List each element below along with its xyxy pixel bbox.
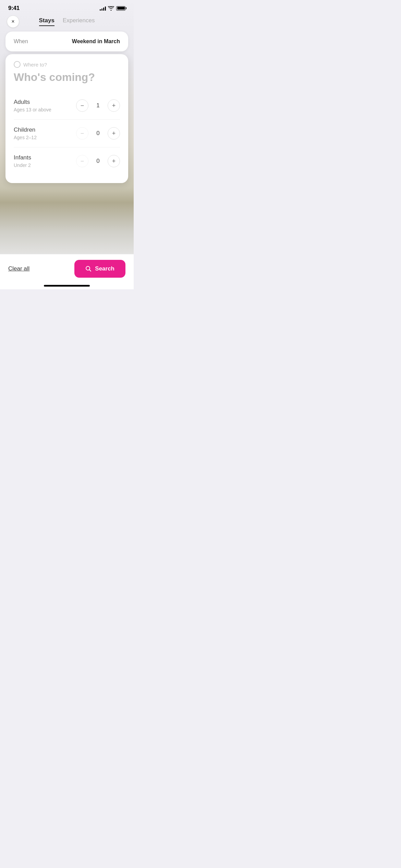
home-indicator [44,285,90,287]
infants-decrement-button[interactable]: − [76,155,88,167]
adults-controls: − 1 + [76,99,120,112]
search-btn-icon [85,266,92,272]
children-type: Children [14,126,37,133]
tabs: Stays Experiences [39,17,95,26]
status-time: 9:41 [8,5,20,12]
signal-icon [100,6,106,11]
whos-card: Where to? Who's coming? Adults Ages 13 o… [5,54,128,183]
infants-info: Infants Under 2 [14,154,31,168]
children-increment-button[interactable]: + [108,127,120,140]
infants-age: Under 2 [14,162,31,168]
close-button[interactable]: × [7,15,19,28]
status-bar: 9:41 [0,0,134,14]
where-to-text: Where to? [23,62,47,68]
whos-title: Who's coming? [14,71,120,84]
infants-increment-button[interactable]: + [108,155,120,167]
battery-icon [116,6,125,11]
bottom-bar: Clear all Search [0,254,134,289]
adults-row: Adults Ages 13 or above − 1 + [14,92,120,120]
when-value: Weekend in March [72,38,120,45]
tab-experiences[interactable]: Experiences [63,17,95,26]
children-age: Ages 2–12 [14,135,37,140]
close-icon: × [11,19,14,24]
wifi-icon [108,6,114,11]
adults-decrement-button[interactable]: − [76,99,88,112]
svg-line-1 [89,270,91,272]
children-controls: − 0 + [76,127,120,140]
cards-container: When Weekend in March Where to? Who's co… [0,32,134,183]
adults-increment-button[interactable]: + [108,99,120,112]
search-circle-icon [14,61,21,68]
children-count: 0 [95,130,101,137]
infants-count: 0 [95,158,101,165]
children-row: Children Ages 2–12 − 0 + [14,120,120,147]
status-icons [100,6,125,11]
infants-type: Infants [14,154,31,161]
search-button[interactable]: Search [74,260,125,278]
infants-controls: − 0 + [76,155,120,167]
adults-age: Ages 13 or above [14,107,51,112]
header: × Stays Experiences [0,14,134,32]
tab-stays[interactable]: Stays [39,17,54,26]
clear-all-button[interactable]: Clear all [8,265,29,272]
search-btn-label: Search [95,265,114,272]
adults-type: Adults [14,99,51,106]
children-info: Children Ages 2–12 [14,126,37,140]
where-to-hint: Where to? [14,61,120,68]
infants-row: Infants Under 2 − 0 + [14,147,120,175]
adults-count: 1 [95,102,101,109]
when-card[interactable]: When Weekend in March [5,32,128,51]
adults-info: Adults Ages 13 or above [14,99,51,112]
children-decrement-button[interactable]: − [76,127,88,140]
when-label: When [14,38,28,45]
